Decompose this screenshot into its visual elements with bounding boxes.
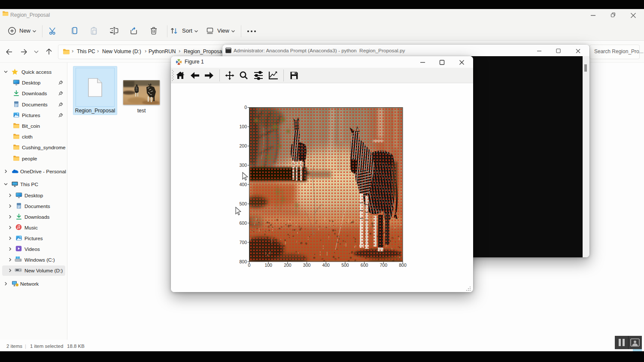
svg-text:400: 400	[322, 262, 330, 268]
svg-text:800: 800	[399, 262, 407, 268]
svg-text:600: 600	[239, 220, 247, 226]
svg-text:700: 700	[239, 240, 247, 245]
svg-text:100: 100	[239, 124, 247, 129]
svg-text:100: 100	[264, 262, 272, 268]
svg-text:500: 500	[341, 262, 349, 268]
svg-text:600: 600	[361, 262, 368, 268]
svg-text:800: 800	[239, 259, 247, 264]
svg-text:300: 300	[239, 163, 247, 168]
svg-text:300: 300	[303, 262, 311, 268]
svg-text:700: 700	[380, 262, 388, 268]
svg-text:200: 200	[239, 143, 247, 148]
svg-text:200: 200	[284, 262, 292, 268]
svg-text:0: 0	[244, 105, 247, 110]
svg-text:400: 400	[239, 182, 247, 187]
svg-text:0: 0	[248, 262, 251, 268]
svg-text:500: 500	[239, 201, 247, 206]
